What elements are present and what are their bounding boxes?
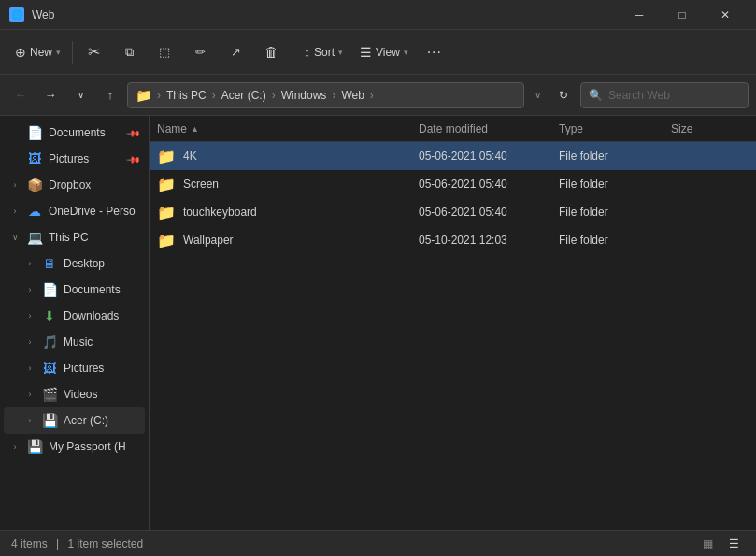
- file-date-screen: 05-06-2021 05:40: [411, 178, 551, 191]
- rename-button[interactable]: ✏: [183, 36, 217, 69]
- file-date-touchkeyboard: 05-06-2021 05:40: [411, 206, 551, 219]
- separator-1: [72, 41, 73, 64]
- item-icon-acerc: 💾: [41, 413, 58, 428]
- file-icon-touchkeyboard: 📁: [157, 204, 176, 221]
- col-header-size[interactable]: Size: [663, 116, 738, 141]
- item-label-onedrive: OneDrive - Perso: [49, 205, 139, 218]
- file-name-screen: Screen: [176, 178, 411, 191]
- item-label-documents2: Documents: [64, 283, 139, 296]
- expand-icon-acerc: ›: [24, 416, 36, 425]
- copy-button[interactable]: ⧉: [112, 36, 146, 69]
- item-label-pictures: Pictures: [49, 152, 122, 165]
- item-icon-desktop: 🖥: [41, 256, 58, 271]
- file-name-touchkeyboard: touchkeyboard: [176, 206, 411, 219]
- cut-button[interactable]: ✂: [77, 36, 110, 69]
- search-placeholder: Search Web: [608, 89, 670, 102]
- file-type-4k: File folder: [551, 150, 663, 163]
- forward-button[interactable]: →: [37, 82, 64, 108]
- expand-icon-desktop: ›: [24, 259, 36, 268]
- item-count: 4 items: [11, 537, 48, 550]
- file-row-wallpaper[interactable]: 📁 Wallpaper 05-10-2021 12:03 File folder: [150, 226, 756, 254]
- sidebar-item-documents[interactable]: 📄Documents📌: [4, 120, 145, 146]
- paste-button[interactable]: ⬚: [148, 36, 181, 69]
- item-icon-mypassport: 💾: [26, 439, 43, 454]
- selected-count: 1 item selected: [68, 537, 144, 550]
- file-row-screen[interactable]: 📁 Screen 05-06-2021 05:40 File folder: [150, 170, 756, 198]
- sidebar-item-documents2[interactable]: ›📄Documents: [4, 277, 145, 303]
- search-icon: 🔍: [589, 89, 603, 102]
- item-label-pictures2: Pictures: [64, 362, 139, 375]
- col-header-date[interactable]: Date modified: [411, 116, 551, 141]
- minimize-button[interactable]: ─: [618, 0, 661, 30]
- col-header-type[interactable]: Type: [551, 116, 663, 141]
- refresh-button[interactable]: ↻: [550, 82, 577, 108]
- sidebar-item-pictures[interactable]: 🖼Pictures📌: [4, 146, 145, 172]
- list-view-toggle[interactable]: ☰: [722, 533, 745, 555]
- sidebar-item-dropbox[interactable]: ›📦Dropbox: [4, 172, 145, 198]
- new-button[interactable]: ⊕ New ▾: [7, 36, 68, 69]
- sidebar-item-thispc[interactable]: ∨💻This PC: [4, 224, 145, 250]
- sidebar-item-mypassport[interactable]: ›💾My Passport (H: [4, 434, 145, 460]
- file-row-4k[interactable]: 📁 4K 05-06-2021 05:40 File folder: [150, 142, 756, 170]
- status-separator: |: [56, 537, 59, 550]
- more-button[interactable]: ···: [418, 36, 451, 69]
- item-icon-downloads: ⬇: [41, 308, 58, 323]
- sidebar-item-pictures2[interactable]: ›🖼Pictures: [4, 355, 145, 381]
- delete-button[interactable]: 🗑: [254, 36, 288, 69]
- item-label-music: Music: [64, 335, 139, 349]
- search-box[interactable]: 🔍 Search Web: [580, 82, 749, 108]
- file-type-wallpaper: File folder: [551, 234, 663, 247]
- back-button[interactable]: ←: [7, 82, 34, 108]
- item-icon-music: 🎵: [41, 335, 58, 349]
- close-button[interactable]: ✕: [704, 0, 747, 30]
- file-icon-4k: 📁: [157, 148, 176, 165]
- app-icon: 🌐: [9, 7, 24, 22]
- maximize-button[interactable]: □: [661, 0, 704, 30]
- share-button[interactable]: ↗: [219, 36, 252, 69]
- sidebar-item-acerc[interactable]: ›💾Acer (C:): [4, 407, 145, 434]
- file-rows: 📁 4K 05-06-2021 05:40 File folder 📁 Scre…: [150, 142, 756, 254]
- new-label: New: [30, 46, 52, 59]
- sidebar-item-desktop[interactable]: ›🖥Desktop: [4, 250, 145, 277]
- expand-icon-videos: ›: [24, 390, 36, 399]
- item-label-desktop: Desktop: [64, 257, 139, 270]
- sidebar-item-music[interactable]: ›🎵Music: [4, 329, 145, 355]
- file-type-screen: File folder: [551, 178, 663, 191]
- path-sep-3: ›: [272, 89, 276, 102]
- col-date-label: Date modified: [419, 122, 488, 135]
- address-path[interactable]: 📁 › This PC › Acer (C:) › Windows › Web …: [127, 82, 524, 108]
- expand-icon-music: ›: [24, 337, 36, 347]
- up-button[interactable]: ↑: [97, 82, 123, 108]
- sort-button[interactable]: ↕ Sort ▾: [296, 36, 350, 69]
- grid-view-toggle[interactable]: ▦: [696, 533, 719, 555]
- sidebar-item-onedrive[interactable]: ›☁OneDrive - Perso: [4, 198, 145, 224]
- col-size-label: Size: [671, 122, 692, 135]
- item-icon-thispc: 💻: [26, 230, 43, 245]
- title-bar: 🌐 Web ─ □ ✕: [0, 0, 756, 30]
- item-icon-dropbox: 📦: [26, 178, 43, 192]
- path-item-windows[interactable]: Windows: [281, 89, 327, 102]
- item-label-dropbox: Dropbox: [49, 178, 139, 192]
- sidebar-item-videos[interactable]: ›🎬Videos: [4, 381, 145, 407]
- file-type-touchkeyboard: File folder: [551, 206, 663, 219]
- view-button[interactable]: ☰ View ▾: [352, 36, 416, 69]
- status-left: 4 items | 1 item selected: [11, 537, 143, 550]
- address-bar: ← → ∨ ↑ 📁 › This PC › Acer (C:) › Window…: [0, 75, 756, 116]
- address-dropdown-button[interactable]: ∨: [528, 82, 547, 108]
- file-date-wallpaper: 05-10-2021 12:03: [411, 234, 551, 247]
- sidebar-item-downloads[interactable]: ›⬇Downloads: [4, 303, 145, 329]
- col-header-name[interactable]: Name ▲: [150, 116, 411, 141]
- item-icon-documents2: 📄: [41, 282, 58, 297]
- main-content: 📄Documents📌🖼Pictures📌›📦Dropbox›☁OneDrive…: [0, 116, 756, 530]
- title-text: Web: [32, 8, 54, 21]
- path-item-thispc[interactable]: This PC: [166, 89, 207, 102]
- path-item-acerc[interactable]: Acer (C:): [221, 89, 266, 102]
- file-row-touchkeyboard[interactable]: 📁 touchkeyboard 05-06-2021 05:40 File fo…: [150, 198, 756, 226]
- sort-dropdown-icon: ▾: [338, 48, 343, 57]
- up-expand-button[interactable]: ∨: [67, 82, 93, 108]
- title-bar-left: 🌐 Web: [9, 7, 54, 22]
- item-icon-pictures: 🖼: [26, 151, 43, 166]
- new-dropdown-icon: ▾: [56, 48, 61, 57]
- path-item-web[interactable]: Web: [341, 89, 364, 102]
- title-controls: ─ □ ✕: [618, 0, 747, 30]
